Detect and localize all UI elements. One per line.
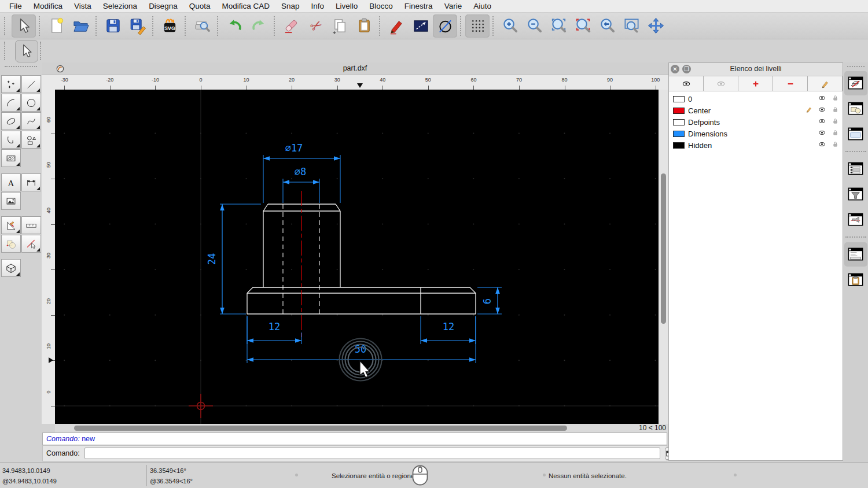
cut-button[interactable]: ✂	[303, 14, 328, 38]
menu-modifica-cad[interactable]: Modifica CAD	[216, 0, 275, 13]
arc-tool-button[interactable]	[1, 94, 21, 112]
dock-drag-handle[interactable]	[847, 66, 865, 67]
menu-blocco[interactable]: Blocco	[363, 0, 399, 13]
palette-drag-handle[interactable]	[5, 66, 37, 71]
circle-line-button[interactable]	[433, 14, 457, 38]
points-tool-button[interactable]	[1, 75, 21, 93]
horizontal-scrollbar-thumb[interactable]	[74, 426, 567, 431]
layer-visibility-icon[interactable]	[817, 116, 827, 128]
close-panel-button[interactable]: ✕	[671, 65, 679, 73]
layer-lock-icon[interactable]	[831, 128, 840, 139]
solid-3d-tool-button[interactable]	[1, 259, 21, 277]
hatch-tool-button[interactable]	[1, 149, 21, 167]
zoom-in-button[interactable]	[498, 14, 522, 38]
layer-row-defpoints[interactable]: Defpoints	[669, 116, 843, 128]
select-arrow-button[interactable]	[12, 14, 36, 38]
hide-all-layers-button[interactable]	[704, 76, 738, 91]
menu-seleziona[interactable]: Seleziona	[97, 0, 143, 13]
print-preview-button[interactable]	[190, 14, 214, 38]
layer-lock-icon[interactable]	[831, 140, 840, 151]
blocks-panel-toggle-button[interactable]	[844, 97, 867, 121]
shapes-tool-button[interactable]	[21, 131, 41, 149]
section-panel-toggle-button[interactable]	[844, 208, 867, 232]
filter-panel-toggle-button[interactable]	[844, 182, 867, 206]
measure-tool-button[interactable]	[1, 216, 21, 234]
eraser-button[interactable]	[279, 14, 303, 38]
menu-file[interactable]: File	[3, 0, 28, 13]
show-all-layers-button[interactable]	[669, 76, 704, 91]
command-input[interactable]	[84, 448, 660, 459]
list-panel-toggle-button[interactable]	[844, 157, 867, 181]
menu-snap[interactable]: Snap	[275, 0, 306, 13]
layer-visibility-icon[interactable]	[817, 93, 827, 105]
add-layer-button[interactable]	[738, 76, 773, 91]
modify-tool-button[interactable]	[1, 235, 21, 253]
redo-button[interactable]	[247, 14, 271, 38]
select-entity-tool-button[interactable]	[21, 235, 41, 253]
menu-livello[interactable]: Livello	[330, 0, 363, 13]
detach-panel-button[interactable]: ❐	[682, 65, 691, 73]
polyline-tool-button[interactable]	[1, 131, 21, 149]
remove-layer-button[interactable]	[773, 76, 808, 91]
save-button[interactable]	[101, 14, 125, 38]
new-file-button[interactable]	[44, 14, 68, 38]
document-tab-bar[interactable]: part.dxf	[42, 62, 668, 75]
grid-toggle-button[interactable]	[465, 14, 490, 38]
command-panel-toggle-button[interactable]	[844, 242, 867, 267]
layer-row-0[interactable]: 0	[669, 93, 843, 105]
open-folder-button[interactable]	[68, 14, 93, 38]
vertical-scrollbar-thumb[interactable]	[661, 173, 666, 324]
zoom-previous-button[interactable]	[595, 14, 619, 38]
ellipse-tool-button[interactable]	[1, 112, 21, 130]
menu-vista[interactable]: Vista	[68, 0, 97, 13]
image-tool-button[interactable]	[1, 192, 21, 210]
text-tool-button[interactable]: A	[1, 173, 21, 191]
menu-quota[interactable]: Quota	[183, 0, 216, 13]
clipboard-panel-toggle-button[interactable]	[844, 268, 867, 292]
hruler-tick	[64, 86, 65, 90]
menu-disegna[interactable]: Disegna	[143, 0, 183, 13]
undo-button[interactable]	[222, 14, 247, 38]
current-tool-select-button[interactable]	[15, 40, 38, 62]
layers-panel-toggle-button[interactable]	[844, 71, 867, 95]
horizontal-scrollbar[interactable]: 10 < 100	[55, 424, 668, 432]
layer-visibility-icon[interactable]	[817, 139, 827, 151]
zoom-selected-button[interactable]	[571, 14, 595, 38]
zoom-auto-button[interactable]	[546, 14, 571, 38]
layer-row-hidden[interactable]: Hidden	[669, 139, 843, 151]
toolbar-drag-handle[interactable]	[4, 17, 10, 35]
toolbar-drag-handle[interactable]	[4, 42, 10, 60]
ruler-tool-button[interactable]	[21, 216, 41, 234]
spline-tool-button[interactable]	[21, 112, 41, 130]
layer-lock-icon[interactable]	[831, 117, 840, 128]
menu-info[interactable]: Info	[306, 0, 330, 13]
menu-varie[interactable]: Varie	[439, 0, 468, 13]
toolbar-drag-handle[interactable]	[40, 42, 46, 60]
vertical-scrollbar[interactable]	[659, 90, 668, 424]
layer-visibility-icon[interactable]	[817, 128, 827, 140]
paste-button[interactable]	[352, 14, 376, 38]
edit-layer-button[interactable]	[808, 76, 843, 91]
menu-finestra[interactable]: Finestra	[399, 0, 439, 13]
zoom-out-button[interactable]	[522, 14, 546, 38]
zoom-window-button[interactable]	[619, 14, 643, 38]
layer-lock-icon[interactable]	[831, 94, 840, 105]
pan-button[interactable]	[643, 14, 668, 38]
menu-aiuto[interactable]: Aiuto	[468, 0, 497, 13]
toolbar-separator	[217, 16, 219, 36]
drawing-canvas[interactable]: ⌀17⌀8246121250	[55, 90, 659, 424]
layer-row-center[interactable]: Center	[669, 105, 843, 116]
layer-row-dimensions[interactable]: Dimensions	[669, 128, 843, 139]
svg-export-button[interactable]: SVG	[157, 14, 182, 38]
layer-lock-icon[interactable]	[831, 105, 840, 116]
dimension-tool-button[interactable]	[21, 173, 41, 191]
line-properties-button[interactable]	[409, 14, 433, 38]
line-tool-button[interactable]	[21, 75, 41, 93]
save-as-button[interactable]	[125, 14, 149, 38]
pen-edit-button[interactable]	[384, 14, 409, 38]
copy-button[interactable]	[328, 14, 352, 38]
layer-visibility-icon[interactable]	[817, 105, 827, 117]
library-panel-toggle-button[interactable]	[844, 122, 867, 146]
circle-tool-button[interactable]	[21, 94, 41, 112]
menu-modifica[interactable]: Modifica	[28, 0, 68, 13]
